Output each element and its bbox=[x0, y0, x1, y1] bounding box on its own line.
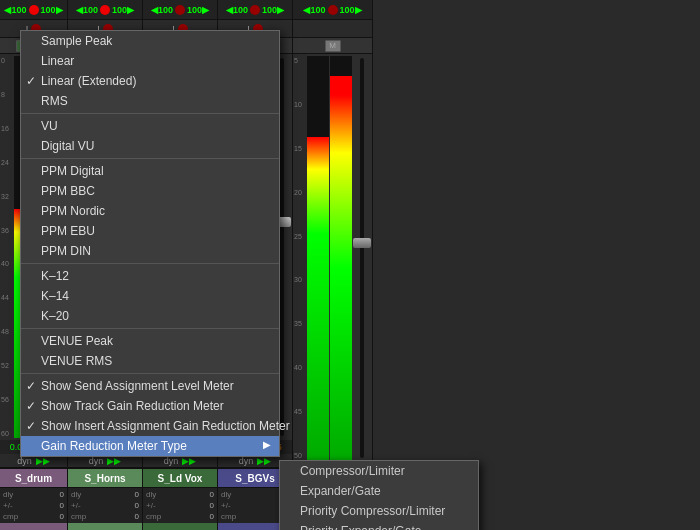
submenu-comp-limiter[interactable]: Compressor/Limiter bbox=[280, 461, 478, 481]
ch3-header: ◀100 100▶ bbox=[143, 0, 217, 20]
menu-k12[interactable]: K–12 bbox=[21, 266, 279, 286]
ch5-meter2 bbox=[330, 56, 352, 460]
menu-ppm-din[interactable]: PPM DIN bbox=[21, 241, 279, 261]
menu-sep2 bbox=[21, 158, 279, 159]
ch5-sm: M bbox=[293, 38, 372, 54]
ch1-num2: 100▶ bbox=[41, 5, 63, 15]
menu-k14[interactable]: K–14 bbox=[21, 286, 279, 306]
ch2-name: S_Horns bbox=[68, 468, 142, 488]
ch3-colorband bbox=[143, 523, 217, 530]
ch2-num1: ◀100 bbox=[76, 5, 98, 15]
ch5-scale: 5101520253035404550 bbox=[293, 54, 307, 462]
menu-ppm-digital[interactable]: PPM Digital bbox=[21, 161, 279, 181]
menu-rms[interactable]: RMS bbox=[21, 91, 279, 111]
ch5-fader-zone: 5101520253035404550 bbox=[293, 54, 372, 462]
ch2-fields: dly0 +/-0 cmp0 bbox=[68, 488, 142, 523]
ch1-name: S_drum bbox=[0, 468, 67, 488]
menu-venue-rms[interactable]: VENUE RMS bbox=[21, 351, 279, 371]
ch5-meter2-fill bbox=[330, 76, 352, 460]
ch5-io bbox=[293, 20, 372, 38]
ch2-name-text: S_Horns bbox=[84, 473, 125, 484]
ch5-meters bbox=[307, 54, 352, 462]
ch5-num1: ◀100 bbox=[303, 5, 325, 15]
ch5-header: ◀100 100▶ bbox=[293, 0, 372, 20]
ch4-num2: 100▶ bbox=[262, 5, 284, 15]
ch1-header: ◀100 100▶ bbox=[0, 0, 67, 20]
submenu-pri-exp[interactable]: Priority Expander/Gate bbox=[280, 521, 478, 530]
menu-ppm-bbc[interactable]: PPM BBC bbox=[21, 181, 279, 201]
ch4-rec[interactable] bbox=[250, 5, 260, 15]
menu-gain-reduction[interactable]: Gain Reduction Meter Type bbox=[21, 436, 279, 456]
ch3-name: S_Ld Vox bbox=[143, 468, 217, 488]
menu-show-track-gain[interactable]: Show Track Gain Reduction Meter bbox=[21, 396, 279, 416]
ch5-num2: 100▶ bbox=[340, 5, 362, 15]
submenu-exp-gate[interactable]: Expander/Gate bbox=[280, 481, 478, 501]
menu-sep4 bbox=[21, 328, 279, 329]
ch5-meter1 bbox=[307, 56, 329, 460]
context-menu: Sample Peak Linear Linear (Extended) RMS… bbox=[20, 30, 280, 457]
ch5-fader[interactable] bbox=[352, 54, 372, 462]
gain-reduction-submenu: Compressor/Limiter Expander/Gate Priorit… bbox=[279, 460, 479, 530]
ch4-num1: ◀100 bbox=[226, 5, 248, 15]
menu-k20[interactable]: K–20 bbox=[21, 306, 279, 326]
ch2-header: ◀100 100▶ bbox=[68, 0, 142, 20]
ch3-num2: 100▶ bbox=[187, 5, 209, 15]
menu-ppm-nordic[interactable]: PPM Nordic bbox=[21, 201, 279, 221]
menu-show-insert[interactable]: Show Insert Assignment Gain Reduction Me… bbox=[21, 416, 279, 436]
channel-5: ◀100 100▶ M 5101520253035404550 bbox=[293, 0, 373, 530]
ch1-colorband bbox=[0, 523, 67, 530]
ch2-num2: 100▶ bbox=[112, 5, 134, 15]
submenu-pri-comp[interactable]: Priority Compressor/Limiter bbox=[280, 501, 478, 521]
menu-vu[interactable]: VU bbox=[21, 116, 279, 136]
ch2-colorband bbox=[68, 523, 142, 530]
menu-ppm-ebu[interactable]: PPM EBU bbox=[21, 221, 279, 241]
menu-sep3 bbox=[21, 263, 279, 264]
ch3-rec[interactable] bbox=[175, 5, 185, 15]
ch4-fader-rail bbox=[280, 58, 284, 436]
menu-sep5 bbox=[21, 373, 279, 374]
ch5-mute[interactable]: M bbox=[325, 40, 341, 52]
ch5-meter1-fill bbox=[307, 137, 329, 460]
mixer-container: ◀100 100▶ I S M 0816243236404448525660 bbox=[0, 0, 700, 530]
menu-linear-extended[interactable]: Linear (Extended) bbox=[21, 71, 279, 91]
ch5-fader-rail bbox=[360, 58, 364, 458]
menu-show-send[interactable]: Show Send Assignment Level Meter bbox=[21, 376, 279, 396]
ch5-rec[interactable] bbox=[328, 5, 338, 15]
menu-venue-peak[interactable]: VENUE Peak bbox=[21, 331, 279, 351]
ch1-scale: 0816243236404448525660 bbox=[0, 54, 14, 440]
ch1-num1: ◀100 bbox=[4, 5, 26, 15]
menu-sample-peak[interactable]: Sample Peak bbox=[21, 31, 279, 51]
ch1-rec[interactable] bbox=[29, 5, 39, 15]
ch1-fields: dly0 +/-0 cmp0 bbox=[0, 488, 67, 523]
ch3-fields: dly0 +/-0 cmp0 bbox=[143, 488, 217, 523]
ch5-fader-thumb[interactable] bbox=[353, 238, 371, 248]
ch3-num1: ◀100 bbox=[151, 5, 173, 15]
menu-digital-vu[interactable]: Digital VU bbox=[21, 136, 279, 156]
ch2-rec[interactable] bbox=[100, 5, 110, 15]
menu-sep1 bbox=[21, 113, 279, 114]
ch4-header: ◀100 100▶ bbox=[218, 0, 292, 20]
menu-linear[interactable]: Linear bbox=[21, 51, 279, 71]
